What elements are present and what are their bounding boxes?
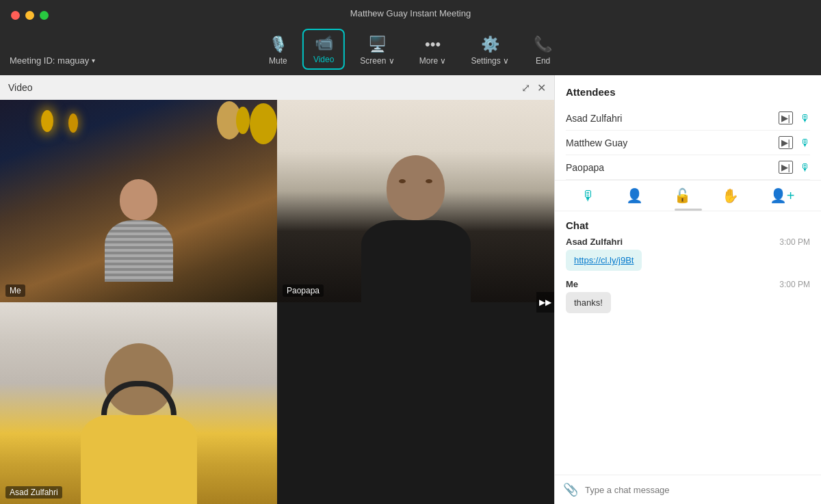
minimize-traffic-light[interactable] xyxy=(25,11,34,20)
attendee-name-paopapa: Paopapa xyxy=(566,162,779,173)
attendee-icons-asad: ▶| 🎙 xyxy=(779,111,810,124)
screen-button[interactable]: 🖥️ Screen ∨ xyxy=(350,31,404,70)
mute-label: Mute xyxy=(269,56,287,66)
attendee-row-asad: Asad Zulfahri ▶| 🎙 xyxy=(566,106,810,131)
video-close-button[interactable]: ✕ xyxy=(537,81,546,94)
chat-msg-header-1: Asad Zulfahri 3:00 PM xyxy=(566,237,810,247)
video-expand-button[interactable]: ⤢ xyxy=(521,81,530,94)
chat-title: Chat xyxy=(555,211,821,237)
screen-label: Screen ∨ xyxy=(360,56,394,66)
chat-bubble-2: thanks! xyxy=(566,292,611,313)
video-cell-empty xyxy=(277,302,554,505)
expand-panel-button[interactable]: ▶▶ xyxy=(536,292,554,313)
end-icon: 📞 xyxy=(534,36,552,53)
end-label: End xyxy=(536,56,550,66)
add-participant-icon[interactable]: 👤+ xyxy=(770,187,795,204)
video-area: Video ⤢ ✕ Me xyxy=(0,75,554,504)
main-content: Video ⤢ ✕ Me xyxy=(0,75,821,504)
toolbar: 🎙️ Mute 📹 Video 🖥️ Screen ∨ ••• More ∨ ⚙… xyxy=(259,29,562,75)
traffic-lights xyxy=(11,11,49,20)
video-cell-paopapa: Paopapa xyxy=(277,100,554,302)
mute-all-icon[interactable]: 🎙 xyxy=(582,188,595,204)
attendees-section: Attendees Asad Zulfahri ▶| 🎙 Matthew Gua… xyxy=(555,75,821,181)
attendee-toolbar: 🎙 👤 🔓 ✋ 👤+ xyxy=(555,181,821,211)
settings-button[interactable]: ⚙️ Settings ∨ xyxy=(461,31,519,70)
settings-label: Settings ∨ xyxy=(471,56,509,66)
video-grid: Me Paopapa xyxy=(0,100,554,504)
more-label: More ∨ xyxy=(419,56,447,66)
attendee-video-icon-matthew: ▶| xyxy=(779,136,793,149)
chat-section: Chat Asad Zulfahri 3:00 PM https://cl.ly… xyxy=(555,211,821,504)
fullscreen-traffic-light[interactable] xyxy=(40,11,49,20)
scroll-indicator xyxy=(675,209,702,211)
attendee-row-paopapa: Paopapa ▶| 🎙 xyxy=(566,155,810,180)
meeting-id[interactable]: Meeting ID: maguay ▾ xyxy=(10,55,95,66)
more-button[interactable]: ••• More ∨ xyxy=(410,31,456,70)
chat-sender-2: Me xyxy=(566,279,578,289)
chat-input[interactable] xyxy=(585,485,813,495)
close-traffic-light[interactable] xyxy=(11,11,20,20)
chat-sender-1: Asad Zulfahri xyxy=(566,237,623,247)
chat-message-1: Asad Zulfahri 3:00 PM https://cl.ly/j9Bt xyxy=(566,237,810,271)
chat-bubble-1: https://cl.ly/j9Bt xyxy=(566,250,642,271)
video-header-controls: ⤢ ✕ xyxy=(521,81,546,94)
right-panel: Attendees Asad Zulfahri ▶| 🎙 Matthew Gua… xyxy=(554,75,821,504)
video-icon: 📹 xyxy=(315,34,333,52)
cell-label-me: Me xyxy=(5,284,25,297)
settings-icon: ⚙️ xyxy=(481,36,499,53)
attendees-title: Attendees xyxy=(566,86,810,98)
raise-hand-icon[interactable]: ✋ xyxy=(722,187,739,204)
attendee-mic-icon-paopapa: 🎙 xyxy=(800,161,810,173)
attendee-video-icon-paopapa: ▶| xyxy=(779,161,793,174)
chat-attach-icon[interactable]: 📎 xyxy=(563,482,578,497)
cell-label-asad: Asad Zulfahri xyxy=(5,486,62,499)
attendee-video-icon-asad: ▶| xyxy=(779,111,793,124)
window-title: Matthew Guay Instant Meeting xyxy=(350,8,471,18)
video-cell-me: Me xyxy=(0,100,277,302)
attendee-mic-icon-asad: 🎙 xyxy=(800,112,810,124)
more-icon: ••• xyxy=(425,36,441,53)
chat-input-area: 📎 xyxy=(555,475,821,504)
attendee-icons-matthew: ▶| 🎙 xyxy=(779,136,810,149)
mute-icon: 🎙️ xyxy=(269,36,287,53)
title-bar: Matthew Guay Instant Meeting Meeting ID:… xyxy=(0,0,821,75)
video-header: Video ⤢ ✕ xyxy=(0,75,554,100)
chat-time-1: 3:00 PM xyxy=(779,237,810,247)
end-button[interactable]: 📞 End xyxy=(524,31,562,70)
attendee-row-matthew: Matthew Guay ▶| 🎙 xyxy=(566,131,810,155)
lock-icon[interactable]: 🔓 xyxy=(674,187,691,204)
video-cell-asad: Asad Zulfahri xyxy=(0,302,277,505)
attendee-icons-paopapa: ▶| 🎙 xyxy=(779,161,810,174)
chat-link-1[interactable]: https://cl.ly/j9Bt xyxy=(574,255,634,265)
video-all-icon[interactable]: 👤 xyxy=(626,187,643,204)
attendee-name-asad: Asad Zulfahri xyxy=(566,113,779,124)
screen-icon: 🖥️ xyxy=(368,36,387,53)
video-button[interactable]: 📹 Video xyxy=(302,29,345,70)
meeting-id-text: Meeting ID: maguay xyxy=(10,55,89,66)
cell-label-paopapa: Paopapa xyxy=(283,284,324,297)
meeting-id-chevron: ▾ xyxy=(92,57,95,64)
chat-msg-header-2: Me 3:00 PM xyxy=(566,279,810,289)
chat-time-2: 3:00 PM xyxy=(779,280,810,289)
attendee-name-matthew: Matthew Guay xyxy=(566,137,779,148)
mute-button[interactable]: 🎙️ Mute xyxy=(259,31,297,70)
video-label: Video xyxy=(313,55,334,64)
chat-messages: Asad Zulfahri 3:00 PM https://cl.ly/j9Bt… xyxy=(555,237,821,475)
chat-message-2: Me 3:00 PM thanks! xyxy=(566,279,810,313)
attendee-mic-icon-matthew: 🎙 xyxy=(800,137,810,148)
video-panel-title: Video xyxy=(8,82,33,93)
